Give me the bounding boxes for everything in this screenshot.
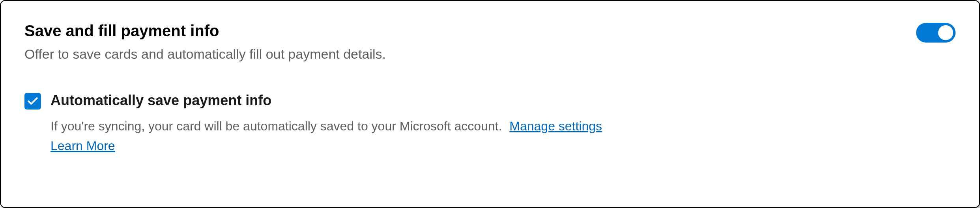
learn-more-link[interactable]: Learn More bbox=[50, 139, 115, 153]
header-row: Save and fill payment info Offer to save… bbox=[24, 20, 956, 64]
save-fill-toggle[interactable] bbox=[916, 23, 956, 43]
header-text: Save and fill payment info Offer to save… bbox=[24, 20, 916, 64]
auto-save-checkbox[interactable] bbox=[24, 93, 41, 110]
checkmark-icon bbox=[26, 95, 39, 108]
learn-more-row: Learn More bbox=[50, 139, 956, 153]
auto-save-content: Automatically save payment info If you'r… bbox=[50, 91, 956, 154]
manage-settings-link[interactable]: Manage settings bbox=[509, 119, 602, 133]
auto-save-section: Automatically save payment info If you'r… bbox=[24, 91, 956, 154]
section-title: Save and fill payment info bbox=[24, 20, 916, 41]
auto-save-desc-text: If you're syncing, your card will be aut… bbox=[50, 119, 502, 133]
auto-save-title: Automatically save payment info bbox=[50, 91, 956, 110]
toggle-knob bbox=[938, 25, 953, 40]
section-subtitle: Offer to save cards and automatically fi… bbox=[24, 45, 916, 64]
auto-save-description: If you're syncing, your card will be aut… bbox=[50, 117, 956, 136]
payment-info-settings-card: Save and fill payment info Offer to save… bbox=[0, 0, 980, 208]
